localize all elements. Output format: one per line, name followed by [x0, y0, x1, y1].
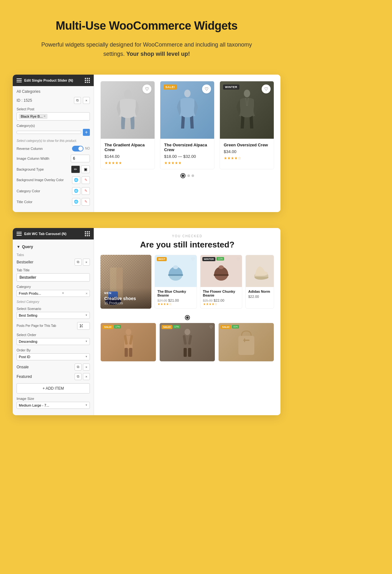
copy-onsale-icon[interactable]: ⧉ [75, 364, 82, 371]
copy-featured-icon[interactable]: ⧉ [75, 373, 82, 380]
grid-dots-icon-2[interactable] [85, 231, 90, 236]
cat-color-globe-btn[interactable]: 🌐 [72, 187, 80, 195]
reverse-column-row: Reverse Column NO [17, 146, 90, 151]
scenario-label: Select Scenario [17, 307, 90, 311]
small-product-card-1: BEST ♡ The Blue Chunky Beanie $24.00 [155, 255, 197, 309]
small-product-info-1: The Blue Chunky Beanie $24.00 $21.00 ★★★… [155, 287, 197, 308]
slider-dots [100, 169, 274, 182]
query-toggle[interactable]: ▼ Query [17, 243, 90, 251]
discount-17-2: 17% [173, 325, 180, 328]
copy-tab-icon[interactable]: ⧉ [75, 259, 82, 266]
small-product-info-2: The Flower Chunky Beanie $25.00 $22.00 ★… [200, 287, 242, 308]
select-post-row: Select Post Black Rye B... × [17, 107, 90, 121]
winter-badge-3: WINTER [223, 85, 239, 90]
heart-icon-1[interactable]: ♡ [142, 85, 151, 93]
svg-rect-27 [238, 336, 254, 355]
category-input[interactable] [17, 131, 81, 134]
best-badge-1: BEST [157, 257, 167, 261]
carousel-dot-1[interactable] [185, 315, 190, 320]
heart-sm-2[interactable]: ♡ [236, 257, 240, 261]
page-subtitle: Powerful widgets specially designed for … [35, 40, 258, 59]
sale-badge-card-2: SALE! [162, 325, 172, 329]
overlay-globe-btn[interactable]: 🌐 [72, 176, 80, 184]
featured-tab-item: Featured ⧉ × [17, 373, 90, 380]
dropdown-arrow-1: ▼ [62, 292, 64, 295]
title-color-edit-btn[interactable]: ✎ [82, 198, 90, 206]
title-color-row: Title Color 🌐 ✎ [17, 198, 90, 206]
category-label: Category(s) [17, 124, 90, 128]
svg-point-1 [184, 90, 191, 97]
tab-title-input[interactable] [17, 273, 90, 282]
stars-2: ★★★★★ [164, 161, 210, 165]
close-onsale-icon[interactable]: × [83, 364, 90, 371]
overlay-edit-btn[interactable]: ✎ [82, 176, 90, 184]
add-item-button[interactable]: + ADD ITEM [17, 383, 90, 394]
add-category-btn[interactable]: + [83, 129, 90, 136]
carousel-title: Are you still interested? [100, 240, 274, 250]
reverse-column-label: Reverse Column [17, 147, 43, 151]
category-color-label: Category Color [17, 189, 40, 193]
bg-overlay-row: Background Image Overlay Color 🌐 ✎ [17, 176, 90, 184]
small-product-card-2: WINTER ♡ -11% The Flower Chunky Beanie [200, 255, 243, 309]
person-svg-2 [176, 326, 199, 358]
category-dropdown[interactable]: Fresh Produ... ▼ × [17, 290, 90, 297]
close-cat-icon[interactable]: × [86, 291, 88, 295]
grid-dots-icon[interactable] [85, 78, 90, 83]
bg-type-label: Background Type [17, 167, 44, 171]
dot-2[interactable] [187, 174, 190, 177]
close-featured-icon[interactable]: × [83, 373, 90, 380]
featured-label: Featured [17, 374, 32, 379]
tag-remove-icon[interactable]: × [44, 114, 46, 118]
product-card-2: SALE! ♡ The Oversized Alpaca Crew [160, 81, 214, 169]
bg-type-pen-btn[interactable]: ✏ [71, 166, 80, 173]
stars-3: ★★★★☆ [224, 156, 270, 160]
svg-rect-26 [188, 348, 191, 357]
bg-overlay-label: Background Image Overlay Color [17, 178, 64, 182]
heart-sm-1[interactable]: ♡ [191, 257, 195, 261]
heart-icon-3[interactable]: ♡ [262, 85, 271, 93]
bestseller-label: Bestseller [17, 260, 33, 264]
image-size-label: Image Size [17, 397, 90, 401]
hamburger-icon[interactable] [17, 78, 22, 82]
image-column-input[interactable] [71, 155, 90, 162]
image-size-dropdown[interactable]: Medium Large - 7... ▼ [17, 402, 90, 409]
id-label: ID : 1525 [17, 98, 32, 103]
cat-color-edit-btn[interactable]: ✎ [82, 187, 90, 195]
posts-per-page-input[interactable] [77, 322, 90, 330]
panel2-title: Edit WC Tab Carousel (N) [24, 232, 66, 236]
widget2-product-area: YOU CHECKED Are you still interested? [94, 228, 280, 415]
discount-17-1: 17% [114, 325, 121, 328]
reverse-column-toggle[interactable] [72, 146, 83, 151]
order-by-row: Order By Post ID ▼ [17, 348, 90, 360]
svg-point-11 [173, 265, 178, 269]
sale-card-2: SALE! ♡ 17% [159, 323, 215, 362]
title-color-globe-btn[interactable]: 🌐 [72, 198, 80, 206]
discount-tag-2: -11% [216, 257, 224, 261]
panel1-title: Edit Single Product Slider (N) [24, 78, 73, 82]
widget1-sidebar: Edit Single Product Slider (N) All Categ… [13, 75, 94, 212]
posts-per-page-row: Posts Per Page for This Tab [17, 322, 90, 330]
select-post-input[interactable]: Black Rye B... × [17, 112, 90, 121]
product-img-3: WINTER ♡ [220, 81, 274, 139]
heart-icon-2[interactable]: ♡ [202, 85, 211, 93]
bg-type-image-btn[interactable]: ▣ [81, 166, 90, 173]
dot-3[interactable] [192, 174, 194, 177]
dot-1[interactable] [180, 173, 185, 178]
order-by-label: Order By [17, 348, 90, 352]
order-by-dropdown[interactable]: Post ID ▼ [17, 353, 90, 360]
featured-count: 15 Products [104, 301, 148, 305]
close-tab-icon[interactable]: × [83, 259, 90, 266]
copy-icon[interactable]: ⧉ [74, 97, 81, 104]
bg-type-row: Background Type ✏ ▣ [17, 166, 90, 173]
scenario-dropdown[interactable]: Best Selling ▼ [17, 312, 90, 319]
product-info-2: The Oversized Alpaca Crew $18.00 — $32.0… [160, 139, 214, 169]
dropdown-arrow-4: ▼ [85, 355, 88, 358]
product-img-1: ♡ [101, 81, 155, 139]
svg-rect-29 [244, 338, 245, 342]
select-cat-hint: Select Category [17, 300, 90, 304]
hamburger-icon-2[interactable] [17, 232, 22, 236]
heart-sm-sale-2[interactable]: ♡ [209, 325, 213, 329]
order-dropdown[interactable]: Descending ▼ [17, 338, 90, 345]
query-label: Query [22, 245, 33, 249]
close-icon[interactable]: × [83, 97, 90, 104]
